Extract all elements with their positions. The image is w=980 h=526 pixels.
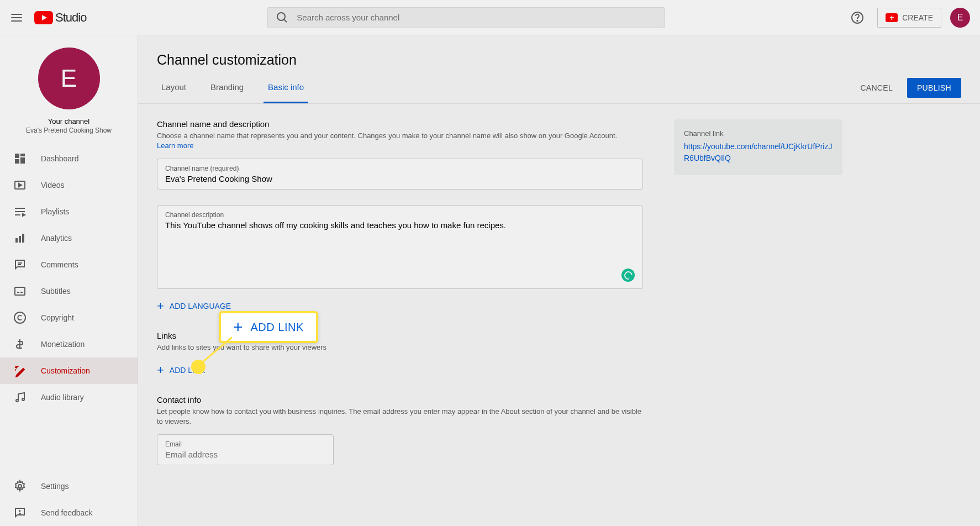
copyright-icon (13, 311, 27, 324)
page-title: Channel customization (138, 35, 980, 72)
audio-library-icon (13, 391, 27, 404)
svg-point-20 (14, 312, 25, 323)
sidebar-item-label: Copyright (41, 313, 74, 322)
svg-rect-13 (19, 236, 21, 243)
youtube-play-icon (34, 11, 53, 24)
channel-link-url[interactable]: https://youtube.com/channel/UCjKkrUfPriz… (684, 141, 833, 164)
sidebar-item-playlists[interactable]: Playlists (0, 198, 138, 225)
sidebar-item-subtitles[interactable]: Subtitles (0, 278, 138, 304)
contact-desc: Let people know how to contact you with … (157, 407, 643, 427)
svg-rect-6 (20, 157, 25, 164)
channel-description-field[interactable]: Channel description (157, 205, 643, 289)
logo-text: Studio (55, 10, 86, 25)
sidebar-item-analytics[interactable]: Analytics (0, 225, 138, 251)
sidebar-item-label: Analytics (41, 234, 72, 243)
tab-basic-info[interactable]: Basic info (264, 72, 308, 103)
sidebar-item-label: Dashboard (41, 154, 79, 163)
create-video-icon (886, 13, 898, 22)
channel-name-input[interactable] (165, 174, 635, 183)
search-icon (276, 11, 289, 24)
channel-desc-label: Channel description (165, 211, 635, 219)
help-icon (851, 11, 864, 24)
svg-line-1 (284, 19, 287, 22)
channel-block: E Your channel Eva's Pretend Cooking Sho… (0, 35, 138, 142)
analytics-icon (13, 232, 27, 245)
search-box[interactable] (267, 7, 665, 28)
name-section-desc: Choose a channel name that represents yo… (157, 131, 643, 151)
comments-icon (13, 258, 27, 271)
sidebar-item-monetization[interactable]: Monetization (0, 331, 138, 357)
sidebar: E Your channel Eva's Pretend Cooking Sho… (0, 35, 138, 481)
add-link-button[interactable]: + ADD LINK (157, 364, 643, 376)
plus-icon: + (233, 319, 243, 335)
contact-title: Contact info (157, 395, 643, 404)
svg-rect-7 (15, 159, 19, 164)
cancel-button[interactable]: CANCEL (851, 78, 902, 98)
plus-icon: + (157, 300, 164, 312)
dashboard-icon (13, 152, 27, 165)
channel-link-title: Channel link (684, 129, 833, 138)
channel-name-field[interactable]: Channel name (required) (157, 159, 643, 190)
svg-rect-17 (15, 287, 25, 295)
sidebar-item-label: Playlists (41, 207, 69, 216)
svg-rect-12 (15, 238, 18, 243)
email-field[interactable]: Email (157, 434, 334, 465)
channel-name-small: Eva's Pretend Cooking Show (26, 127, 112, 134)
email-label: Email (165, 440, 325, 448)
channel-link-panel: Channel link https://youtube.com/channel… (674, 119, 842, 175)
customization-icon (13, 364, 27, 377)
svg-point-22 (22, 398, 24, 401)
monetization-icon (13, 338, 27, 351)
sidebar-item-label: Monetization (41, 340, 85, 349)
links-desc: Add links to sites you want to share wit… (157, 343, 643, 353)
create-label: CREATE (902, 13, 933, 22)
youtube-studio-logo[interactable]: Studio (34, 10, 86, 25)
sidebar-item-settings[interactable]: Settings (0, 473, 138, 481)
svg-rect-4 (15, 154, 19, 158)
add-language-button[interactable]: + ADD LANGUAGE (157, 300, 643, 312)
channel-name-label: Channel name (required) (165, 165, 635, 172)
your-channel-label: Your channel (48, 117, 89, 125)
sidebar-item-copyright[interactable]: Copyright (0, 304, 138, 331)
sidebar-item-customization[interactable]: Customization (0, 357, 138, 384)
sidebar-item-label: Audio library (41, 393, 84, 402)
sidebar-item-audio-library[interactable]: Audio library (0, 384, 138, 411)
email-input[interactable] (165, 450, 325, 459)
sidebar-item-videos[interactable]: Videos (0, 172, 138, 198)
sidebar-item-dashboard[interactable]: Dashboard (0, 145, 138, 172)
user-avatar[interactable]: E (950, 8, 970, 28)
gear-icon (13, 480, 27, 481)
create-button[interactable]: CREATE (877, 8, 941, 28)
svg-point-0 (277, 13, 285, 20)
callout-badge: + ADD LINK (219, 311, 318, 343)
tab-row: Layout Branding Basic info CANCEL PUBLIS… (138, 72, 980, 104)
sidebar-item-label: Customization (41, 366, 90, 375)
search-input[interactable] (297, 13, 657, 22)
playlists-icon (13, 205, 27, 218)
tab-layout[interactable]: Layout (157, 72, 191, 103)
channel-desc-input[interactable] (165, 220, 635, 281)
channel-avatar[interactable]: E (38, 48, 100, 109)
svg-point-3 (857, 20, 858, 21)
sidebar-item-label: Videos (41, 181, 65, 190)
menu-toggle-button[interactable] (10, 11, 23, 24)
callout-label: ADD LINK (251, 321, 304, 334)
sidebar-item-label: Comments (41, 260, 78, 269)
learn-more-link[interactable]: Learn more (157, 141, 193, 150)
publish-button[interactable]: PUBLISH (907, 78, 961, 98)
videos-icon (13, 178, 27, 192)
help-button[interactable] (846, 7, 868, 29)
sidebar-item-label: Subtitles (41, 287, 71, 296)
svg-rect-5 (20, 154, 25, 156)
main-content: Channel customization Layout Branding Ba… (138, 35, 980, 481)
subtitles-icon (13, 285, 27, 298)
svg-rect-14 (22, 234, 24, 243)
sidebar-item-comments[interactable]: Comments (0, 251, 138, 278)
plus-icon: + (157, 364, 164, 376)
name-section-title: Channel name and description (157, 119, 643, 129)
callout-annotation: + ADD LINK (219, 311, 318, 343)
app-header: Studio CREATE E (0, 0, 980, 35)
add-language-label: ADD LANGUAGE (170, 302, 231, 311)
tab-branding[interactable]: Branding (206, 72, 248, 103)
svg-point-21 (16, 399, 18, 402)
